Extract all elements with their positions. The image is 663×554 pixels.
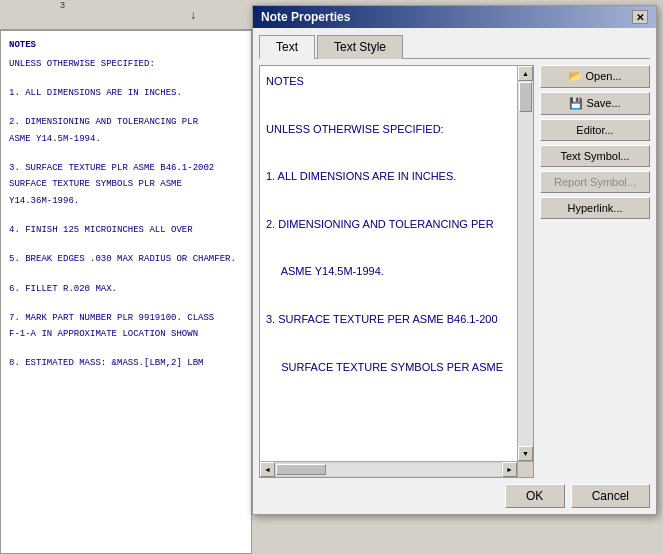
text-line-blank3 [266,191,513,211]
text-line-unless: UNLESS OTHERWISE SPECIFIED: [266,120,513,140]
text-line-blank4 [266,239,513,259]
note-line-5: 3. SURFACE TEXTURE PLR ASME B46.1-2002 [9,162,243,175]
scroll-track-vertical[interactable] [518,81,533,446]
text-line-blank2 [266,143,513,163]
ruler-arrow: ↓ [190,8,196,22]
text-line-dim1: 1. ALL DIMENSIONS ARE IN INCHES. [266,167,513,187]
text-line-surface1: 3. SURFACE TEXTURE PER ASME B46.1-200 [266,310,513,330]
note-line-13: 8. ESTIMATED MASS: &MASS.[LBM,2] LBM [9,357,243,370]
open-button[interactable]: 📂 Open... [540,65,650,88]
drawing-canvas: NOTES UNLESS OTHERWISE SPECIFIED: 1. ALL… [0,30,252,554]
note-line-6: SURFACE TEXTURE SYMBOLS PLR ASME [9,178,243,191]
dialog-title: Note Properties [261,10,350,24]
action-buttons-panel: 📂 Open... 💾 Save... Editor... Text Symbo… [540,65,650,478]
ruler-mark-3: 3 [60,0,65,10]
text-editor-wrapper: NOTES UNLESS OTHERWISE SPECIFIED: 1. ALL… [259,65,534,478]
note-line-3: 2. DIMENSIONING AND TOLERANCING PLR [9,116,243,129]
scroll-down-button[interactable]: ▼ [518,446,533,461]
scroll-right-button[interactable]: ► [502,462,517,477]
text-display-area[interactable]: NOTES UNLESS OTHERWISE SPECIFIED: 1. ALL… [260,66,533,477]
ruler: 3 ↓ [0,0,252,30]
save-button[interactable]: 💾 Save... [540,92,650,115]
editor-button[interactable]: Editor... [540,119,650,141]
ok-button[interactable]: OK [505,484,565,508]
note-line-12: F-1-A IN APPROXIMATE LOCATION SHOWN [9,328,243,341]
text-line-dim2: 2. DIMENSIONING AND TOLERANCING PER [266,215,513,235]
note-line-2: 1. ALL DIMENSIONS ARE IN INCHES. [9,87,243,100]
note-line-11: 7. MARK PART NUMBER PLR 9919100. CLASS [9,312,243,325]
open-icon: 📂 [568,70,585,82]
note-line-4: ASME Y14.5M-1994. [9,133,243,146]
tab-text[interactable]: Text [259,35,315,59]
dialog-titlebar: Note Properties ✕ [253,6,656,28]
text-line-blank6 [266,334,513,354]
notes-title: NOTES [9,39,243,52]
note-properties-dialog: Note Properties ✕ Text Text Style NOTES … [252,5,657,515]
tab-bar: Text Text Style [259,34,650,59]
text-line-asme: ASME Y14.5M-1994. [266,262,513,282]
note-line-8: 4. FINISH 125 MICROINCHES ALL OVER [9,224,243,237]
note-line-7: Y14.36M-1996. [9,195,243,208]
hyperlink-button[interactable]: Hyperlink... [540,197,650,219]
dialog-close-button[interactable]: ✕ [632,10,648,24]
scroll-thumb-horizontal[interactable] [276,464,326,475]
save-icon: 💾 [569,97,586,109]
dialog-footer: OK Cancel [259,478,650,508]
text-line-surface2: SURFACE TEXTURE SYMBOLS PER ASME [266,358,513,378]
text-line-notes: NOTES [266,72,513,92]
text-line-blank5 [266,286,513,306]
text-symbol-button[interactable]: Text Symbol... [540,145,650,167]
horizontal-scrollbar[interactable]: ◄ ► [260,461,517,477]
cancel-button[interactable]: Cancel [571,484,650,508]
vertical-scrollbar[interactable]: ▲ ▼ [517,66,533,461]
note-line-1: UNLESS OTHERWISE SPECIFIED: [9,58,243,71]
notes-content: NOTES UNLESS OTHERWISE SPECIFIED: 1. ALL… [1,31,251,382]
scrollbar-corner [517,461,533,477]
dialog-main-content: NOTES UNLESS OTHERWISE SPECIFIED: 1. ALL… [259,65,650,478]
tab-text-style[interactable]: Text Style [317,35,403,59]
scroll-thumb-vertical[interactable] [519,82,532,112]
scroll-up-button[interactable]: ▲ [518,66,533,81]
note-line-9: 5. BREAK EDGES .030 MAX RADIUS OR CHAMFE… [9,253,243,266]
report-symbol-button[interactable]: Report Symbol... [540,171,650,193]
scroll-track-horizontal[interactable] [276,463,501,476]
dialog-body: Text Text Style NOTES UNLESS OTHERWISE S… [253,28,656,514]
note-line-10: 6. FILLET R.020 MAX. [9,283,243,296]
scroll-left-button[interactable]: ◄ [260,462,275,477]
text-line-blank1 [266,96,513,116]
